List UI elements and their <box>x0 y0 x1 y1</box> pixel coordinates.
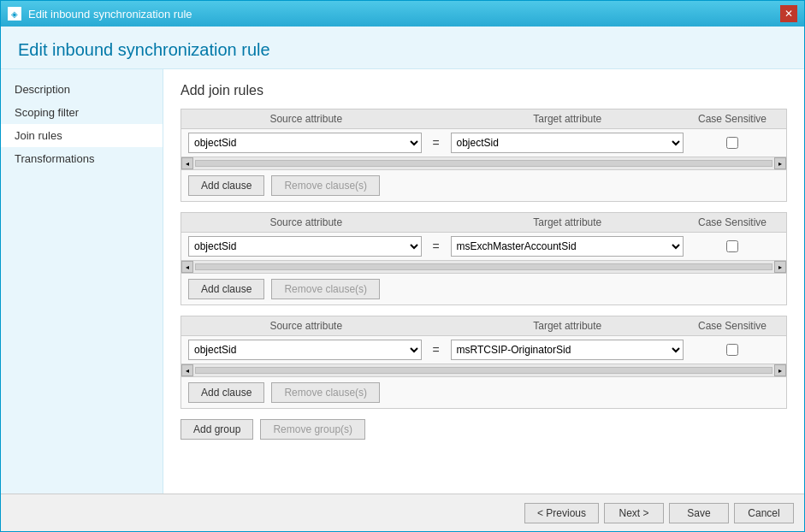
sidebar: Description Scoping filter Join rules Tr… <box>1 69 163 494</box>
scroll-left-3[interactable]: ◂ <box>181 364 193 376</box>
sidebar-item-join-rules[interactable]: Join rules <box>1 124 163 147</box>
header-target-3: Target attribute <box>450 320 686 332</box>
title-bar-left: ◈ Edit inbound synchronization rule <box>8 7 192 21</box>
scroll-track-3 <box>195 367 772 374</box>
scroll-right-2[interactable]: ▸ <box>774 261 786 273</box>
clause-buttons-3: Add clause Remove clause(s) <box>181 377 786 408</box>
scroll-left-2[interactable]: ◂ <box>181 261 193 273</box>
case-checkbox-3-1[interactable] <box>726 344 738 356</box>
case-cell-2-1 <box>685 240 779 252</box>
scroll-right-3[interactable]: ▸ <box>774 364 786 376</box>
page-heading: Edit inbound synchronization rule <box>18 40 787 60</box>
sidebar-item-scoping-filter[interactable]: Scoping filter <box>1 101 163 124</box>
scrollbar-2: ◂ ▸ <box>181 260 786 274</box>
case-checkbox-2-1[interactable] <box>726 240 738 252</box>
join-row-2-1: objectSid = msExchMasterAccountSid <box>181 233 786 260</box>
main-content: Edit inbound synchronization rule Descri… <box>1 27 804 494</box>
equals-2-1: = <box>423 239 449 253</box>
header-source-1: Source attribute <box>188 113 424 125</box>
add-clause-2-button[interactable]: Add clause <box>188 279 264 299</box>
clause-buttons-1: Add clause Remove clause(s) <box>181 170 786 201</box>
scrollbar-3: ◂ ▸ <box>181 364 786 377</box>
join-row-3-1: objectSid = msRTCSIP-OriginatorSid <box>181 336 786 364</box>
source-select-1-1[interactable]: objectSid <box>188 133 422 153</box>
join-group-2-header: Source attribute Target attribute Case S… <box>181 213 786 233</box>
join-group-2: Source attribute Target attribute Case S… <box>181 212 787 305</box>
page-header: Edit inbound synchronization rule <box>1 27 804 69</box>
equals-1-1: = <box>423 136 449 150</box>
scroll-track-2 <box>195 263 772 270</box>
join-group-3: Source attribute Target attribute Case S… <box>181 316 787 409</box>
remove-clause-1-button[interactable]: Remove clause(s) <box>271 175 380 196</box>
header-source-2: Source attribute <box>188 216 424 228</box>
target-select-1-1[interactable]: objectSid <box>451 133 684 153</box>
add-clause-3-button[interactable]: Add clause <box>188 382 264 403</box>
group-buttons: Add group Remove group(s) <box>181 419 787 440</box>
section-title: Add join rules <box>181 83 787 98</box>
source-select-3-1[interactable]: objectSid <box>188 340 422 360</box>
previous-button[interactable]: < Previous <box>524 503 599 523</box>
case-checkbox-1-1[interactable] <box>726 137 738 149</box>
case-cell-3-1 <box>685 344 779 356</box>
save-button[interactable]: Save <box>669 503 729 523</box>
remove-group-button[interactable]: Remove group(s) <box>260 419 365 440</box>
add-group-button[interactable]: Add group <box>181 419 253 440</box>
cancel-button[interactable]: Cancel <box>734 503 794 523</box>
target-select-3-1[interactable]: msRTCSIP-OriginatorSid <box>451 340 684 360</box>
scroll-left-1[interactable]: ◂ <box>181 157 193 169</box>
title-bar: ◈ Edit inbound synchronization rule ✕ <box>1 1 804 27</box>
header-case-2: Case Sensitive <box>685 216 779 228</box>
scroll-track-1 <box>195 160 772 167</box>
app-icon: ◈ <box>8 7 21 21</box>
join-group-1: Source attribute Target attribute Case S… <box>181 109 787 202</box>
sidebar-item-transformations[interactable]: Transformations <box>1 147 163 170</box>
body-section: Description Scoping filter Join rules Tr… <box>1 69 804 494</box>
bottom-bar: < Previous Next > Save Cancel <box>1 494 804 531</box>
sidebar-item-description[interactable]: Description <box>1 78 163 101</box>
case-cell-1-1 <box>685 137 779 149</box>
close-button[interactable]: ✕ <box>780 5 797 22</box>
clause-buttons-2: Add clause Remove clause(s) <box>181 274 786 304</box>
source-select-2-1[interactable]: objectSid <box>188 236 422 257</box>
add-clause-1-button[interactable]: Add clause <box>188 175 264 196</box>
main-window: ◈ Edit inbound synchronization rule ✕ Ed… <box>0 0 805 532</box>
remove-clause-2-button[interactable]: Remove clause(s) <box>271 279 380 299</box>
join-group-1-header: Source attribute Target attribute Case S… <box>181 109 786 129</box>
next-button[interactable]: Next > <box>604 503 664 523</box>
header-target-2: Target attribute <box>450 216 686 228</box>
target-select-2-1[interactable]: msExchMasterAccountSid <box>451 236 684 257</box>
scrollbar-1: ◂ ▸ <box>181 157 786 170</box>
header-target-1: Target attribute <box>450 113 686 125</box>
header-case-1: Case Sensitive <box>685 113 779 125</box>
title-bar-title: Edit inbound synchronization rule <box>28 8 192 21</box>
header-source-3: Source attribute <box>188 320 424 332</box>
right-panel: Add join rules Source attribute Target a… <box>163 69 804 494</box>
remove-clause-3-button[interactable]: Remove clause(s) <box>271 382 380 403</box>
join-row-1-1: objectSid = objectSid <box>181 129 786 157</box>
scroll-right-1[interactable]: ▸ <box>774 157 786 169</box>
header-case-3: Case Sensitive <box>685 320 779 332</box>
join-group-3-header: Source attribute Target attribute Case S… <box>181 316 786 336</box>
equals-3-1: = <box>423 343 449 357</box>
